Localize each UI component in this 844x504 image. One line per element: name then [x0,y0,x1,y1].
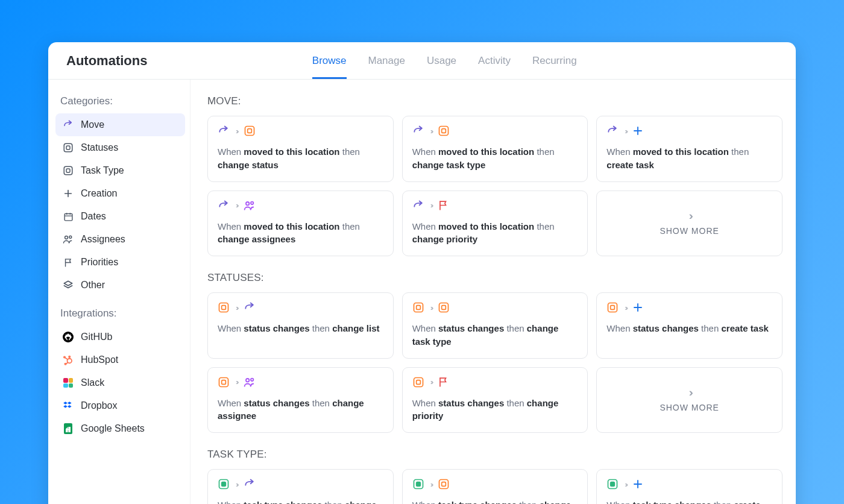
automation-card[interactable]: ›› When task type changes then change [402,469,588,504]
automation-card[interactable]: ›› When status changes then change task … [402,292,588,359]
status-green-icon [412,478,424,490]
card-description: When moved to this location then change … [412,145,578,172]
svg-rect-21 [439,303,449,312]
plus-blue-icon [632,125,643,136]
automation-card[interactable]: ›› When status changes then change list [207,292,394,359]
automation-card[interactable]: ›› When task type changes then create ta… [596,469,783,504]
svg-rect-35 [439,480,449,489]
sidebar-category-task-type[interactable]: Task Type [55,159,185,182]
group-title: TASK TYPE: [207,449,783,461]
status-orange-icon [606,301,619,313]
svg-rect-30 [416,380,420,384]
automation-grid: ›› When task type changes then change li… [207,469,783,504]
svg-rect-24 [611,306,615,310]
card-description: When moved to this location then change … [218,220,383,247]
status-icon [63,142,74,153]
sidebar-category-assignees[interactable]: Assignees [55,228,185,251]
status-orange-icon [438,478,450,490]
status-orange-icon [218,376,230,388]
card-icons: ›› [412,125,578,137]
sidebar-integration-github[interactable]: GitHUb [55,326,185,348]
svg-rect-18 [222,306,226,310]
sidebar-integration-slack[interactable]: Slack [55,371,185,394]
slack-icon [63,377,74,388]
sidebar-item-label: Task Type [81,165,124,176]
chevron-right-icon: ›› [689,386,690,399]
sidebar-category-creation[interactable]: Creation [55,182,185,205]
tab-activity[interactable]: Activity [478,42,511,79]
card-description: When moved to this location then change … [218,145,383,172]
svg-rect-3 [66,169,70,172]
tab-usage[interactable]: Usage [427,42,456,79]
tab-manage[interactable]: Manage [368,42,405,79]
share-icon [244,301,256,313]
share-icon [412,200,424,212]
automation-card[interactable]: ›› When status changes then change prior… [402,367,588,433]
svg-rect-11 [245,127,254,136]
sidebar-category-dates[interactable]: Dates [55,205,185,228]
svg-rect-22 [442,306,446,310]
card-description: When task type changes then change [412,499,578,504]
integrations-label: Integrations: [55,303,185,326]
sidebar: Categories: MoveStatusesTask TypeCreatio… [48,80,191,504]
status-green-icon [218,478,230,490]
hubspot-icon [63,354,74,365]
sidebar-integration-hubspot[interactable]: HubSpot [55,348,185,371]
status-green-icon [606,478,619,490]
svg-rect-23 [608,303,617,312]
status-orange-icon [438,301,450,313]
svg-point-28 [251,378,253,380]
sidebar-item-label: Dropbox [81,400,117,411]
status-orange-icon [412,301,424,313]
sidebar-category-other[interactable]: Other [55,274,185,297]
sidebar-category-move[interactable]: Move [55,113,185,136]
svg-point-6 [69,236,72,238]
sheets-icon [63,423,74,434]
show-more-button[interactable]: ››SHOW MORE [596,367,783,433]
automation-card[interactable]: ›› When moved to this location then chan… [207,116,394,182]
plus-blue-icon [632,479,643,490]
chevron-right-icon: ›› [430,480,432,489]
plus-icon [63,188,74,199]
automation-card[interactable]: ›› When moved to this location then chan… [402,191,588,257]
chevron-right-icon: ›› [236,377,238,386]
svg-rect-19 [414,303,423,312]
chevron-right-icon: ›› [430,201,432,210]
sidebar-integration-dropbox[interactable]: Dropbox [55,394,185,417]
card-description: When moved to this location then change … [412,220,578,247]
share-icon [412,125,424,137]
svg-rect-38 [611,482,615,487]
automation-card[interactable]: ›› When task type changes then change li… [207,469,394,504]
card-description: When moved to this location then create … [606,145,772,172]
card-icons: ›› [412,376,578,388]
svg-rect-4 [65,213,72,220]
share-icon [218,200,230,212]
svg-rect-1 [66,146,70,150]
sidebar-item-label: Slack [81,377,104,388]
automation-card[interactable]: ›› When moved to this location then crea… [596,116,783,182]
status-orange-icon [412,376,424,388]
show-more-label: SHOW MORE [660,226,719,236]
automation-card[interactable]: ›› When moved to this location then chan… [207,191,394,257]
show-more-button[interactable]: ››SHOW MORE [596,191,783,257]
tab-browse[interactable]: Browse [312,42,347,79]
chevron-right-icon: ›› [625,480,626,489]
automation-card[interactable]: ›› When moved to this location then chan… [402,116,588,182]
automation-card[interactable]: ›› When status changes then create task [596,292,783,359]
svg-point-27 [246,379,249,382]
header: Automations BrowseManageUsageActivityRec… [48,42,796,80]
svg-rect-17 [219,303,228,312]
tab-bar: BrowseManageUsageActivityRecurring [312,42,649,79]
card-icons: ›› [606,125,772,137]
sidebar-integration-google-sheets[interactable]: Google Sheets [55,417,185,440]
tab-recurring[interactable]: Recurring [532,42,577,79]
card-icons: ›› [412,478,578,490]
automation-card[interactable]: ›› When status changes then change assig… [207,367,394,433]
card-icons: ›› [218,376,383,388]
card-description: When status changes then change list [218,322,383,335]
sidebar-category-priorities[interactable]: Priorities [55,251,185,274]
sidebar-category-statuses[interactable]: Statuses [55,136,185,159]
share-icon [63,119,74,130]
chevron-right-icon: ›› [689,210,690,222]
share-icon [218,125,230,137]
